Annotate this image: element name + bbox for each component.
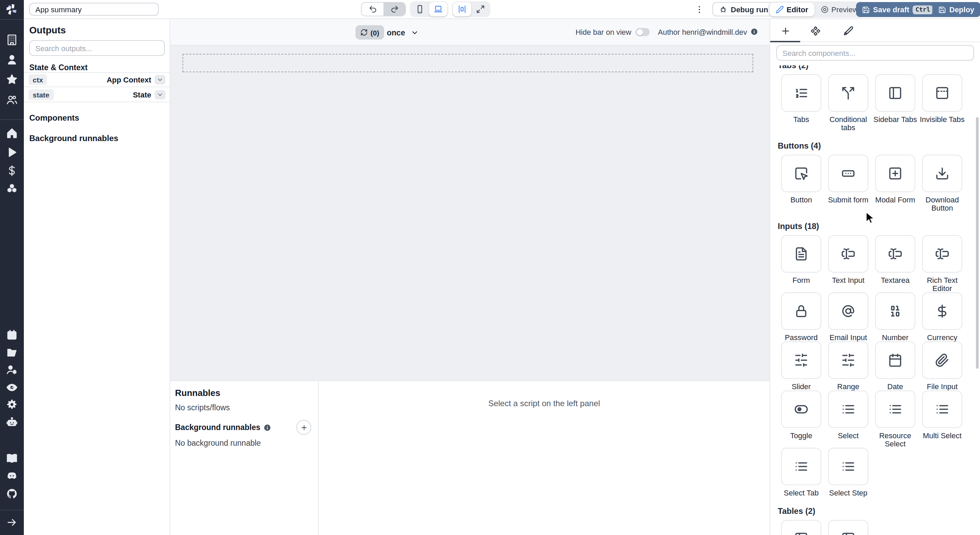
discord-icon[interactable] — [6, 470, 18, 482]
hide-bar-label: Hide bar on view — [576, 28, 631, 36]
component-card-resource-select[interactable]: Resource Select — [872, 391, 919, 448]
component-card-form[interactable]: Form — [778, 235, 825, 292]
editor-tab[interactable]: Editor — [770, 3, 815, 16]
chevron-down-icon[interactable] — [154, 89, 165, 99]
home-icon[interactable] — [6, 128, 18, 139]
search-components-input[interactable] — [776, 45, 974, 61]
component-card-label: Toggle — [778, 431, 825, 439]
undo-redo-group — [361, 2, 406, 16]
save-icon — [862, 6, 870, 13]
component-card-sidebar-tabs[interactable]: Sidebar Tabs — [872, 74, 919, 131]
tab-styling[interactable] — [833, 19, 863, 42]
component-card-tabs[interactable]: Tabs — [778, 74, 825, 131]
component-card-modal-form[interactable]: Modal Form — [872, 155, 919, 212]
component-icon — [810, 26, 820, 36]
smartphone-icon — [415, 5, 424, 14]
eye-icon[interactable] — [6, 382, 18, 393]
component-card-email-input[interactable]: Email Input — [825, 292, 872, 342]
file-text-icon — [781, 235, 821, 273]
background-runnables-header: Background runnables — [175, 423, 271, 431]
pen-icon — [776, 5, 784, 14]
tab-component-settings[interactable] — [800, 19, 830, 42]
info-icon[interactable] — [264, 423, 271, 431]
component-card-number[interactable]: Number — [872, 292, 919, 342]
component-card-table[interactable] — [825, 520, 872, 535]
book-open-icon[interactable] — [6, 452, 18, 464]
component-card-button[interactable]: Button — [778, 155, 825, 212]
component-card-label: Modal Form — [872, 196, 919, 204]
component-card-rich-text-editor[interactable]: Rich Text Editor — [919, 235, 966, 292]
component-card-multi-select[interactable]: Multi Select — [919, 391, 966, 448]
component-card-invisible-tabs[interactable]: Invisible Tabs — [919, 74, 966, 131]
kebab-menu-icon[interactable] — [695, 5, 704, 14]
component-card-select[interactable]: Select — [825, 391, 872, 448]
mobile-view-button[interactable] — [410, 2, 429, 16]
component-card-label: Button — [778, 196, 825, 204]
component-card-password[interactable]: Password — [778, 292, 825, 342]
boxes-icon[interactable] — [6, 183, 18, 195]
chevron-down-icon — [410, 28, 419, 37]
arrow-right-icon[interactable] — [6, 517, 18, 528]
users-icon[interactable] — [6, 94, 18, 105]
ctx-type-label: App Context — [107, 76, 151, 84]
output-row-state[interactable]: state State — [24, 87, 170, 102]
output-row-ctx[interactable]: ctx App Context — [24, 72, 170, 87]
component-card-label: Text Input — [825, 276, 872, 284]
user-icon[interactable] — [6, 54, 18, 65]
align-center-icon — [458, 5, 466, 14]
component-card-label: Range — [825, 382, 872, 391]
component-card-select-step[interactable]: Select Step — [825, 448, 872, 497]
component-card-currency[interactable]: Currency — [919, 292, 966, 342]
users-cog-icon[interactable] — [6, 364, 18, 375]
search-outputs-input[interactable] — [29, 40, 165, 56]
undo-button[interactable] — [362, 3, 383, 16]
github-icon[interactable] — [6, 488, 18, 500]
scrollbar-thumb[interactable] — [976, 117, 978, 369]
refresh-button[interactable]: (0) — [355, 25, 384, 40]
component-card-label: Multi Select — [919, 431, 966, 439]
component-card-label: Resource Select — [872, 431, 919, 448]
component-card-textarea[interactable]: Textarea — [872, 235, 919, 292]
component-card-file-input[interactable]: File Input — [919, 342, 966, 391]
component-card-toggle[interactable]: Toggle — [778, 391, 825, 448]
bot-icon[interactable] — [6, 417, 18, 428]
component-card-range[interactable]: Range — [825, 342, 872, 391]
redo-button[interactable] — [383, 3, 405, 16]
component-card-label: Form — [778, 276, 825, 284]
fullscreen-button[interactable] — [471, 2, 490, 16]
add-background-runnable-button[interactable] — [296, 420, 311, 435]
bug-icon — [719, 5, 727, 13]
deploy-button[interactable]: Deploy — [932, 2, 980, 17]
windmill-logo-icon[interactable] — [4, 2, 19, 17]
component-card-select-tab[interactable]: Select Tab — [778, 448, 825, 497]
component-card-conditional-tabs[interactable]: Conditional tabs — [825, 74, 872, 131]
component-card-slider[interactable]: Slider — [778, 342, 825, 391]
component-card-submit-form[interactable]: Submit form — [825, 155, 872, 212]
calendar-solid-icon[interactable] — [6, 329, 18, 341]
square-pointer-icon — [781, 155, 821, 192]
info-icon[interactable] — [751, 28, 758, 35]
dollar-icon[interactable] — [6, 165, 18, 177]
component-card-text-input[interactable]: Text Input — [825, 235, 872, 292]
component-card-download-button[interactable]: Download Button — [919, 155, 966, 212]
app-summary-input[interactable] — [29, 3, 159, 16]
center-align-button[interactable] — [453, 2, 471, 16]
desktop-view-button[interactable] — [429, 2, 447, 16]
interval-dropdown[interactable]: once — [387, 25, 419, 40]
star-icon[interactable] — [6, 73, 18, 85]
folder-icon[interactable] — [6, 347, 18, 358]
component-card-table[interactable] — [778, 520, 825, 535]
component-card-label: Number — [872, 333, 919, 342]
canvas-dropzone[interactable] — [183, 54, 753, 72]
hide-bar-toggle[interactable] — [635, 28, 650, 36]
play-icon[interactable] — [6, 147, 18, 158]
building-icon[interactable] — [6, 34, 18, 46]
component-section-title: Buttons (4) — [778, 141, 975, 151]
chevron-down-icon[interactable] — [154, 75, 165, 85]
logo-block — [0, 0, 24, 19]
settings-icon[interactable] — [6, 399, 18, 410]
component-card-date[interactable]: Date — [872, 342, 919, 391]
preview-eye-icon — [821, 5, 829, 14]
lock-icon — [781, 292, 821, 330]
tab-insert-component[interactable] — [770, 19, 800, 42]
